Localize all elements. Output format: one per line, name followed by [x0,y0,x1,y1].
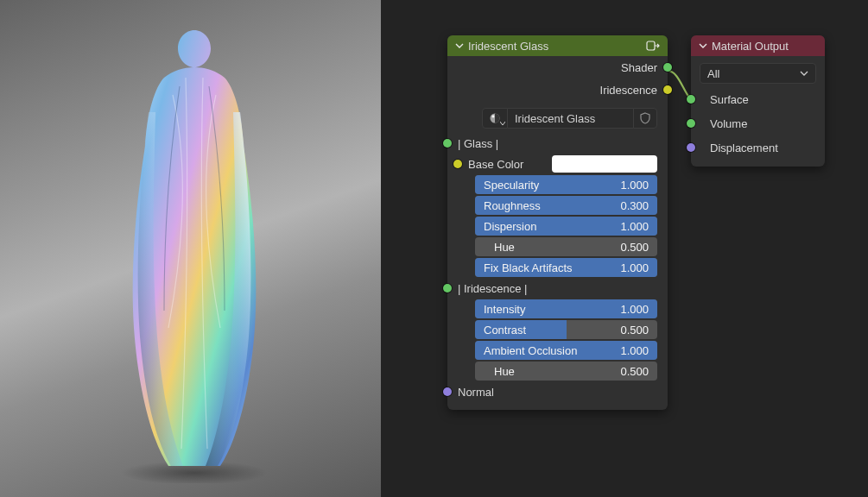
svg-point-3 [492,116,495,118]
base-color-swatch[interactable] [552,155,657,173]
render-viewport[interactable] [0,0,381,497]
prop-value: 0.300 [620,199,657,212]
prop-hue_iri[interactable]: Hue0.500 [475,362,657,381]
node-header[interactable]: Iridescent Glass [447,35,668,56]
socket-shader-out[interactable] [663,63,672,72]
section-glass-label: | Glass | [458,137,498,150]
material-sphere-icon [489,112,501,124]
output-shader[interactable]: Shader [447,56,668,79]
input-base-color: Base Color [458,154,657,173]
section-iridescence: | Iridescence | [447,279,668,298]
nodegroup-edit-icon[interactable] [645,39,661,53]
output-target-value: All [707,67,800,80]
prop-dispersion[interactable]: Dispersion1.000 [475,217,657,236]
prop-intensity[interactable]: Intensity1.000 [475,299,657,318]
prop-value: 0.500 [620,241,657,254]
prop-fix_black[interactable]: Fix Black Artifacts1.000 [475,258,657,277]
prop-value: 0.500 [620,324,657,337]
nodegroup-selector: Iridescent Glass [482,108,657,129]
input-displacement-label: Displacement [710,142,778,154]
prop-value: 1.000 [620,344,657,357]
input-volume-label: Volume [710,117,747,130]
section-glass: | Glass | [447,134,668,153]
nodegroup-browse-button[interactable] [482,108,508,129]
prop-label: Intensity [475,303,525,316]
socket-volume[interactable] [687,119,695,128]
prop-label: Hue [475,365,515,378]
socket-shader-in-2[interactable] [443,284,452,293]
node-body: Shader Iridescence [447,56,668,410]
prop-value: 1.000 [620,220,657,233]
socket-iridescence-out[interactable] [663,85,672,94]
normal-label: Normal [458,386,494,399]
socket-surface[interactable] [687,95,695,104]
output-shader-label: Shader [621,61,657,74]
node-header[interactable]: Material Output [691,35,825,56]
chevron-down-icon [500,121,505,126]
prop-ao[interactable]: Ambient Occlusion1.000 [475,341,657,360]
prop-contrast[interactable]: Contrast0.500 [475,320,657,339]
svg-rect-1 [647,41,655,50]
statue-svg [104,17,285,483]
input-volume[interactable]: Volume [691,111,825,135]
shader-node-editor[interactable]: Iridescent Glass Shader Iridescence [381,0,868,497]
socket-normal[interactable] [443,387,452,396]
prop-label: Contrast [475,324,526,337]
prop-label: Hue [475,241,515,254]
node-title: Material Output [712,40,818,53]
prop-hue_glass[interactable]: Hue0.500 [475,237,657,256]
prop-label: Fix Black Artifacts [475,261,573,274]
prop-specularity[interactable]: Specularity1.000 [475,175,657,194]
input-displacement[interactable]: Displacement [691,135,825,160]
socket-displacement[interactable] [687,143,695,152]
chevron-down-icon [454,41,465,51]
socket-shader-in[interactable] [443,139,452,148]
node-body: All Surface Volume Displacement [691,63,825,167]
section-iridescence-label: | Iridescence | [458,282,527,295]
prop-label: Ambient Occlusion [475,344,577,357]
nodegroup-name-field[interactable]: Iridescent Glass [508,108,633,129]
node-iridescent-glass[interactable]: Iridescent Glass Shader Iridescence [447,35,668,410]
shield-icon [640,112,650,124]
prop-value: 1.000 [620,303,657,316]
prop-label: Specularity [475,179,539,192]
prop-label: Roughness [475,199,541,212]
chevron-down-icon [800,69,808,78]
input-surface[interactable]: Surface [691,87,825,111]
prop-value: 1.000 [620,261,657,274]
output-target-select[interactable]: All [700,63,816,84]
render-statue [104,17,285,483]
nodegroup-name-text: Iridescent Glass [515,112,595,125]
fake-user-button[interactable] [633,108,657,129]
prop-value: 0.500 [620,365,657,378]
chevron-down-icon [698,41,708,51]
socket-base-color[interactable] [453,160,462,168]
prop-label: Dispersion [475,220,536,233]
base-color-label: Base Color [468,158,523,171]
prop-roughness[interactable]: Roughness0.300 [475,196,657,215]
input-normal: Normal [447,382,668,401]
node-material-output[interactable]: Material Output All Surface Volume Displ… [691,35,825,167]
node-title: Iridescent Glass [468,40,645,53]
output-iridescence-label: Iridescence [600,84,657,97]
prop-value: 1.000 [620,179,657,192]
output-iridescence[interactable]: Iridescence [447,79,668,101]
input-surface-label: Surface [710,93,749,106]
